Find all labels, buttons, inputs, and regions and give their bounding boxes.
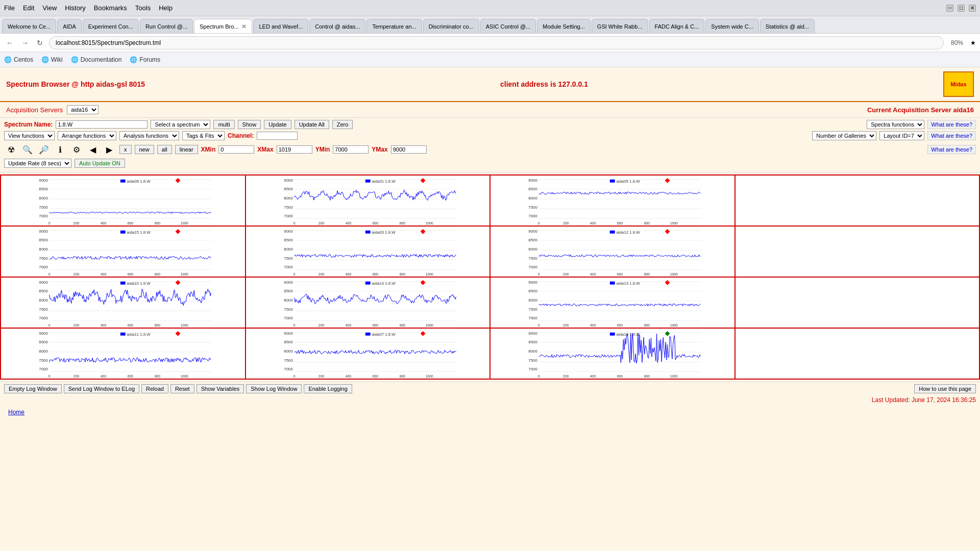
back-button[interactable]: ← [4,38,15,48]
layout-id-dropdown[interactable]: Layout ID=7 [879,131,924,140]
new-button[interactable]: new [135,145,154,154]
tab-asic[interactable]: ASIC Control @... [480,19,536,33]
what-are-these-2[interactable]: What are these? [927,131,976,140]
spectrum-name-input[interactable] [56,120,148,129]
xmin-input[interactable] [218,145,254,154]
spectrum-cell-empty1[interactable] [735,175,980,226]
spectrum-cell-aida13[interactable]: 9000850080007500700002004006008001000aid… [490,277,735,328]
reset-button[interactable]: Reset [170,384,194,393]
update-button[interactable]: Update [264,120,291,129]
zoom-in-icon[interactable]: 🔍 [20,142,35,157]
svg-text:7000: 7000 [284,316,293,320]
bookmark-centos[interactable]: 🌐 Centos [4,56,33,63]
menu-edit[interactable]: Edit [23,4,34,12]
tab-system[interactable]: System wide C... [705,19,759,33]
auto-update-button[interactable]: Auto Update ON [75,159,125,168]
show-variables-button[interactable]: Show Variables [197,384,244,393]
tab-module[interactable]: Module Setting... [537,19,591,33]
spectrum-cell-aida01[interactable]: 9000850080007500700002004006008001000aid… [246,175,491,226]
x-button[interactable]: x [119,145,132,154]
reload-nav-button[interactable]: ↻ [35,38,45,48]
menu-history[interactable]: History [65,4,85,12]
how-to-use-button[interactable]: How to use this page [914,384,976,393]
tab-gsi[interactable]: GSI White Rabb... [592,19,648,33]
update-rate-dropdown[interactable]: Update Rate (8 secs) [4,159,71,168]
multi-button[interactable]: multi [213,120,234,129]
minimize-button[interactable]: ─ [946,5,953,12]
ymax-input[interactable] [391,145,427,154]
tab-experiment[interactable]: Experiment Con... [83,19,139,33]
settings-icon[interactable]: ⚙ [69,142,84,157]
zero-button[interactable]: Zero [332,120,353,129]
menu-help[interactable]: Help [159,4,173,12]
spectrum-cell-aida05[interactable]: 9000850080007500700002004006008001000aid… [490,175,735,226]
view-functions-dropdown[interactable]: View functions [4,131,55,140]
arrow-left-icon[interactable]: ◀ [86,142,100,157]
update-all-button[interactable]: Update All [295,120,329,129]
bookmark-star-icon[interactable]: ★ [970,39,976,46]
spectra-functions-dropdown[interactable]: Spectra functions [867,120,924,129]
ymin-input[interactable] [333,145,369,154]
spectrum-cell-empty2[interactable] [735,226,980,277]
bookmark-wiki[interactable]: 🌐 Wiki [41,56,63,63]
spectrum-cell-aida10[interactable]: 9000850080007500700002004006008001000aid… [1,277,246,328]
arrow-right-icon[interactable]: ▶ [102,142,116,157]
menu-view[interactable]: View [42,4,57,12]
spectrum-cell-aida16[interactable]: 9000850080007500700002004006008001000aid… [490,328,735,379]
maximize-button[interactable]: □ [958,5,965,12]
spectrum-cell-aida12[interactable]: 9000850080007500700002004006008001000aid… [490,226,735,277]
bookmark-documentation[interactable]: 🌐 Documentation [71,56,122,63]
analysis-functions-dropdown[interactable]: Analysis functions [119,131,179,140]
spectrum-cell-aida15[interactable]: 9000850080007500700002004006008001000aid… [1,226,246,277]
svg-text:800: 800 [644,272,650,276]
spectrum-cell-aida09[interactable]: 9000850080007500700002004006008001000aid… [1,175,246,226]
spectrum-cell-aida14[interactable]: 9000850080007500700002004006008001000aid… [246,277,491,328]
tab-discriminator[interactable]: Discriminator co... [423,19,479,33]
menu-tools[interactable]: Tools [135,4,151,12]
arrange-functions-dropdown[interactable]: Arrange functions [58,131,116,140]
tab-spectrum[interactable]: Spectrum Bro...✕ [194,19,252,33]
spectrum-cell-empty4[interactable] [735,328,980,379]
show-log-button[interactable]: Show Log Window [246,384,302,393]
empty-log-button[interactable]: Empty Log Window [4,384,62,393]
close-button[interactable]: ✕ [969,5,976,12]
tab-aida[interactable]: AIDA [57,19,82,33]
tab-welcome[interactable]: Welcome to Ce... [2,19,56,33]
select-spectrum-dropdown[interactable]: Select a spectrum [151,120,210,129]
tab-temperature[interactable]: Temperature an... [366,19,422,33]
what-are-these-1[interactable]: What are these? [927,120,976,129]
bookmark-forums[interactable]: 🌐 Forums [130,56,160,63]
zoom-out-icon[interactable]: 🔎 [37,142,51,157]
tags-fits-dropdown[interactable]: Tags & Fits [182,131,225,140]
tab-control[interactable]: Control @ aidas... [309,19,365,33]
reload-button[interactable]: Reload [141,384,168,393]
send-log-button[interactable]: Send Log Window to ELog [64,384,139,393]
number-of-galleries-dropdown[interactable]: Number of Galleries [812,131,876,140]
spectrum-cell-aida03[interactable]: 9000850080007500700002004006008001000aid… [246,226,491,277]
spectrum-cell-aida11[interactable]: 9000850080007500700002004006008001000aid… [1,328,246,379]
menu-bookmarks[interactable]: Bookmarks [94,4,127,12]
address-input[interactable]: localhost:8015/Spectrum/Spectrum.tml [49,36,944,49]
tab-statistics[interactable]: Statistics @ aid... [760,19,815,33]
enable-logging-button[interactable]: Enable Logging [304,384,352,393]
forward-button[interactable]: → [19,38,31,48]
linear-button[interactable]: linear [175,145,198,154]
tab-fadc[interactable]: FADC Align & C... [649,19,705,33]
current-acq: Current Acquisition Server aida16 [867,106,974,114]
xmax-input[interactable] [277,145,312,154]
nuclear-icon[interactable]: ☢ [4,142,18,157]
tab-runcontrol[interactable]: Run Control @... [140,19,193,33]
what-are-these-3[interactable]: What are these? [927,145,976,154]
info-icon[interactable]: ℹ [53,142,67,157]
tab-led[interactable]: LED and Wavef... [253,19,308,33]
all-button[interactable]: all [157,145,172,154]
channel-input[interactable] [257,132,298,140]
home-link[interactable]: Home [4,407,976,418]
menu-file[interactable]: File [4,4,15,12]
svg-text:0: 0 [538,323,540,327]
spectrum-cell-empty3[interactable] [735,277,980,328]
tab-close-icon[interactable]: ✕ [241,23,247,30]
show-button[interactable]: Show [238,120,261,129]
server-select[interactable]: aida16 [67,105,99,114]
spectrum-cell-aida07[interactable]: 9000850080007500700002004006008001000aid… [246,328,491,379]
